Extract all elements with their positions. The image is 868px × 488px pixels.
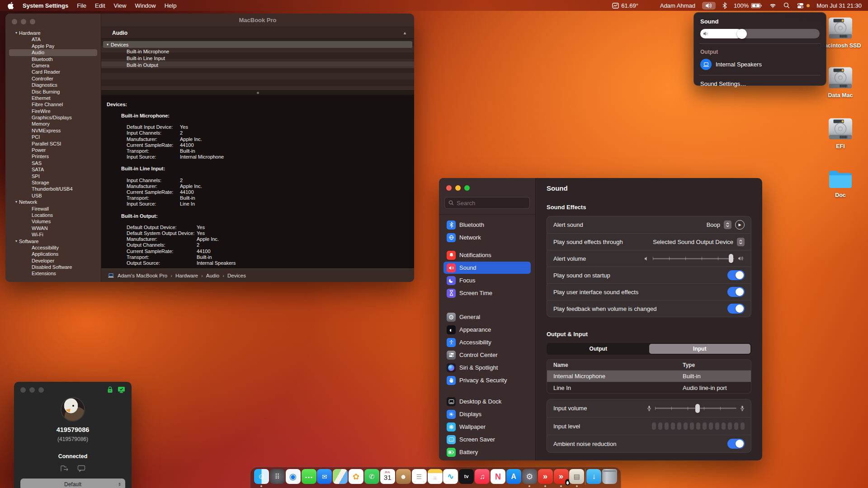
- active-app-name[interactable]: System Settings: [23, 2, 68, 9]
- sidebar-item-battery[interactable]: Battery: [443, 446, 531, 458]
- tree-item[interactable]: ▾Bluetooth: [9, 56, 97, 62]
- temperature-widget[interactable]: 61.69°: [612, 2, 638, 9]
- search-input[interactable]: [457, 200, 526, 206]
- contacts-dock-icon[interactable]: ☻: [396, 469, 411, 484]
- finder-dock-icon[interactable]: ☺: [254, 469, 269, 484]
- tree-item[interactable]: ▾Printers: [9, 153, 97, 160]
- output-device-stepper[interactable]: [737, 238, 745, 246]
- minimize-button[interactable]: [21, 19, 26, 24]
- sidebar-item-wallpaper[interactable]: ❋ Wallpaper: [443, 421, 531, 433]
- sidebar-item-siri-spotlight[interactable]: Siri & Spotlight: [443, 361, 531, 374]
- close-button[interactable]: [12, 19, 17, 24]
- tree-item[interactable]: ▾Diagnostics: [9, 82, 97, 88]
- tree-item[interactable]: ▾Memory: [9, 121, 97, 127]
- menu-item[interactable]: Edit: [95, 2, 105, 9]
- close-button[interactable]: [446, 185, 452, 191]
- folder-doc[interactable]: Doc: [814, 169, 867, 198]
- tree-item[interactable]: ▾Fibre Channel: [9, 101, 97, 108]
- menu-item[interactable]: Window: [135, 2, 156, 9]
- sidebar-item-general[interactable]: ⚙ General: [443, 311, 531, 323]
- device-row[interactable]: Built-in Microphone: [101, 48, 414, 55]
- tree-item[interactable]: ▾Audio: [9, 49, 97, 56]
- tree-item[interactable]: ▾Wi-Fi: [9, 231, 97, 238]
- tree-item[interactable]: ▾Power: [9, 147, 97, 153]
- tab-input[interactable]: Input: [649, 344, 751, 354]
- ambient-noise-toggle[interactable]: [727, 439, 745, 449]
- tree-item[interactable]: ▾PCI: [9, 134, 97, 140]
- breadcrumb-item[interactable]: Hardware: [167, 273, 198, 278]
- volume-knob[interactable]: [737, 29, 747, 39]
- tree-item[interactable]: ▾Ethernet: [9, 95, 97, 101]
- system-settings-dock-icon[interactable]: ⚙: [522, 469, 537, 484]
- wifi-menu-icon[interactable]: [769, 3, 777, 9]
- tree-item[interactable]: ▾Graphics/Displays: [9, 114, 97, 121]
- tree-item[interactable]: ▾Storage: [9, 179, 97, 186]
- tree-item[interactable]: ▾Parallel SCSI: [9, 141, 97, 147]
- audio-section-header[interactable]: Audio ▲: [101, 27, 414, 39]
- input-volume-slider[interactable]: [655, 404, 736, 413]
- tree-item[interactable]: ▾Locations: [9, 212, 97, 218]
- volume-feedback-toggle[interactable]: [727, 304, 745, 314]
- tree-item[interactable]: ▾Developer: [9, 258, 97, 264]
- calendar-dock-icon[interactable]: JUL 31: [380, 469, 395, 484]
- sidebar-item-appearance[interactable]: ◐ Appearance: [443, 324, 531, 336]
- tree-item[interactable]: ▾Extensions: [9, 270, 97, 277]
- tree-item[interactable]: ▾NVMExpress: [9, 127, 97, 134]
- alert-volume-slider[interactable]: [653, 254, 734, 263]
- devices-group-row[interactable]: ▾Devices: [103, 41, 412, 48]
- startup-sound-toggle[interactable]: [727, 270, 745, 280]
- chat-icon[interactable]: [77, 465, 85, 473]
- file-transfer-icon[interactable]: [60, 465, 69, 473]
- close-button[interactable]: [20, 387, 26, 393]
- messages-dock-icon[interactable]: …: [302, 469, 316, 484]
- device-row[interactable]: Built-in Line Input: [101, 55, 414, 61]
- tree-item[interactable]: ▾SPI: [9, 173, 97, 179]
- window-controls[interactable]: [439, 178, 535, 191]
- sidebar-item-displays[interactable]: ☀ Displays: [443, 408, 531, 420]
- breadcrumb-item[interactable]: Adam's MacBook Pro: [118, 273, 167, 278]
- output-device-row[interactable]: Internal Speakers: [700, 59, 820, 70]
- table-row[interactable]: Line In Audio line-in port: [547, 382, 751, 393]
- tree-item[interactable]: ▾ATA: [9, 36, 97, 42]
- menu-item[interactable]: File: [77, 2, 86, 9]
- sidebar-item-focus[interactable]: Focus: [443, 274, 531, 286]
- sound-menu-icon[interactable]: [702, 2, 716, 9]
- menu-item[interactable]: View: [114, 2, 127, 9]
- tree-item[interactable]: ▾Network: [9, 199, 97, 205]
- tree-item[interactable]: ▾Controller: [9, 75, 97, 82]
- freeform-dock-icon[interactable]: ∿: [443, 469, 458, 484]
- battery-widget[interactable]: 100%: [734, 2, 762, 9]
- zoom-button[interactable]: [30, 19, 35, 24]
- tree-item[interactable]: ▾Camera: [9, 62, 97, 69]
- pane-splitter[interactable]: [101, 90, 414, 95]
- appletv-dock-icon[interactable]: tv: [459, 469, 474, 484]
- anydesk-linux-dock-icon[interactable]: »: [554, 469, 569, 484]
- window-controls-inactive[interactable]: [5, 14, 101, 24]
- sidebar-item-screen-time[interactable]: Screen Time: [443, 287, 531, 299]
- anydesk-dock-icon[interactable]: »: [538, 469, 553, 484]
- tree-item[interactable]: ▾Hardware: [9, 30, 97, 36]
- table-row[interactable]: Internal Microphone Built-in: [547, 371, 751, 382]
- input-volume-knob[interactable]: [695, 404, 700, 413]
- alert-sound-stepper[interactable]: [724, 221, 731, 229]
- tree-item[interactable]: ▾Volumes: [9, 218, 97, 225]
- play-alert-sound-button[interactable]: ▶: [735, 220, 745, 230]
- tree-item[interactable]: ▾Accessibility: [9, 244, 97, 251]
- popover-volume-slider[interactable]: [700, 29, 820, 38]
- tree-item[interactable]: ▾SAS: [9, 160, 97, 166]
- downloads-dock-icon[interactable]: ↓: [586, 469, 601, 484]
- trash-dock-icon[interactable]: [602, 469, 617, 484]
- spotlight-icon[interactable]: [783, 2, 790, 9]
- sidebar-item-screen-saver[interactable]: Screen Saver: [443, 433, 531, 446]
- news-dock-icon[interactable]: N: [491, 469, 505, 484]
- launchpad-dock-icon[interactable]: ⠿: [270, 469, 285, 484]
- minimize-button[interactable]: [455, 185, 461, 191]
- zoom-button[interactable]: [38, 387, 44, 393]
- ui-sounds-toggle[interactable]: [727, 287, 745, 297]
- photos-dock-icon[interactable]: ✿: [349, 469, 363, 484]
- breadcrumb-item[interactable]: Audio: [198, 273, 219, 278]
- minimize-button[interactable]: [29, 387, 35, 393]
- sidebar-item-control-center[interactable]: Control Center: [443, 349, 531, 361]
- music-dock-icon[interactable]: ♫: [475, 469, 490, 484]
- sidebar-item-privacy-security[interactable]: Privacy & Security: [443, 374, 531, 386]
